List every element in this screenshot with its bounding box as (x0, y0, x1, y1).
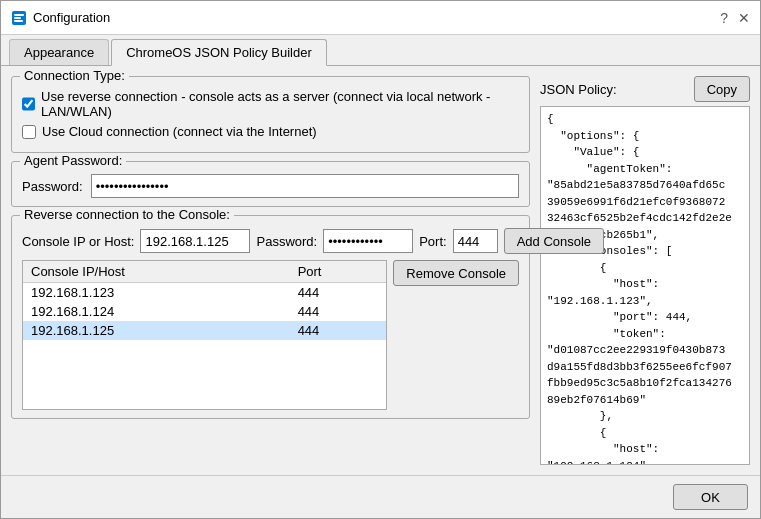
json-policy-label: JSON Policy: (540, 82, 617, 97)
agent-password-content: Password: (22, 174, 519, 198)
option2-row: Use Cloud connection (connect via the In… (22, 124, 519, 139)
password-label: Password: (22, 179, 83, 194)
console-table: Console IP/Host Port 192.168.1.123444192… (23, 261, 386, 340)
content-area: Connection Type: Use reverse connection … (1, 66, 760, 475)
console-ip-input[interactable] (140, 229, 250, 253)
col-header-ip: Console IP/Host (23, 261, 290, 283)
option1-label: Use reverse connection - console acts as… (41, 89, 519, 119)
console-table-area: Console IP/Host Port 192.168.1.123444192… (22, 260, 519, 410)
option1-checkbox[interactable] (22, 97, 35, 111)
svg-rect-2 (14, 17, 21, 19)
svg-rect-3 (14, 20, 23, 22)
add-console-button[interactable]: Add Console (504, 228, 604, 254)
table-row[interactable]: 192.168.1.124444 (23, 302, 386, 321)
agent-password-title: Agent Password: (20, 153, 126, 168)
console-table-wrapper: Console IP/Host Port 192.168.1.123444192… (22, 260, 387, 410)
cell-ip: 192.168.1.125 (23, 321, 290, 340)
connection-type-content: Use reverse connection - console acts as… (22, 89, 519, 139)
col-header-port: Port (290, 261, 387, 283)
title-bar-controls: ? ✕ (720, 10, 750, 26)
footer: OK (1, 475, 760, 518)
connection-type-group: Connection Type: Use reverse connection … (11, 76, 530, 153)
app-icon (11, 10, 27, 26)
cell-ip: 192.168.1.124 (23, 302, 290, 321)
ok-button[interactable]: OK (673, 484, 748, 510)
copy-button[interactable]: Copy (694, 76, 750, 102)
cell-port: 444 (290, 302, 387, 321)
option1-row: Use reverse connection - console acts as… (22, 89, 519, 119)
help-button[interactable]: ? (720, 10, 728, 26)
json-policy-area: JSON Policy: Copy { "options": { "Value"… (540, 76, 750, 465)
svg-rect-1 (14, 14, 24, 16)
console-add-row: Console IP or Host: Password: Port: Add … (22, 228, 519, 254)
tab-bar: Appearance ChromeOS JSON Policy Builder (1, 35, 760, 66)
tab-chromeos[interactable]: ChromeOS JSON Policy Builder (111, 39, 327, 66)
cell-ip: 192.168.1.123 (23, 283, 290, 303)
remove-btn-area: Remove Console (393, 260, 519, 410)
json-header: JSON Policy: Copy (540, 76, 750, 102)
title-bar-left: Configuration (11, 10, 110, 26)
cell-port: 444 (290, 321, 387, 340)
left-panel: Connection Type: Use reverse connection … (11, 76, 530, 465)
connection-type-title: Connection Type: (20, 68, 129, 83)
console-ip-label: Console IP or Host: (22, 234, 134, 249)
tab-appearance[interactable]: Appearance (9, 39, 109, 65)
option2-checkbox[interactable] (22, 125, 36, 139)
right-panel: JSON Policy: Copy { "options": { "Value"… (540, 76, 750, 465)
close-button[interactable]: ✕ (738, 10, 750, 26)
console-pass-label: Password: (256, 234, 317, 249)
json-content[interactable]: { "options": { "Value": { "agentToken": … (540, 106, 750, 465)
configuration-window: Configuration ? ✕ Appearance ChromeOS JS… (0, 0, 761, 519)
console-port-input[interactable] (453, 229, 498, 253)
reverse-connection-title: Reverse connection to the Console: (20, 207, 234, 222)
option2-label: Use Cloud connection (connect via the In… (42, 124, 317, 139)
remove-console-button[interactable]: Remove Console (393, 260, 519, 286)
cell-port: 444 (290, 283, 387, 303)
table-row[interactable]: 192.168.1.123444 (23, 283, 386, 303)
console-password-input[interactable] (323, 229, 413, 253)
reverse-connection-content: Console IP or Host: Password: Port: Add … (22, 228, 519, 410)
password-row: Password: (22, 174, 519, 198)
console-port-label: Port: (419, 234, 446, 249)
window-title: Configuration (33, 10, 110, 25)
title-bar: Configuration ? ✕ (1, 1, 760, 35)
reverse-connection-group: Reverse connection to the Console: Conso… (11, 215, 530, 419)
table-row[interactable]: 192.168.1.125444 (23, 321, 386, 340)
agent-password-input[interactable] (91, 174, 519, 198)
agent-password-group: Agent Password: Password: (11, 161, 530, 207)
